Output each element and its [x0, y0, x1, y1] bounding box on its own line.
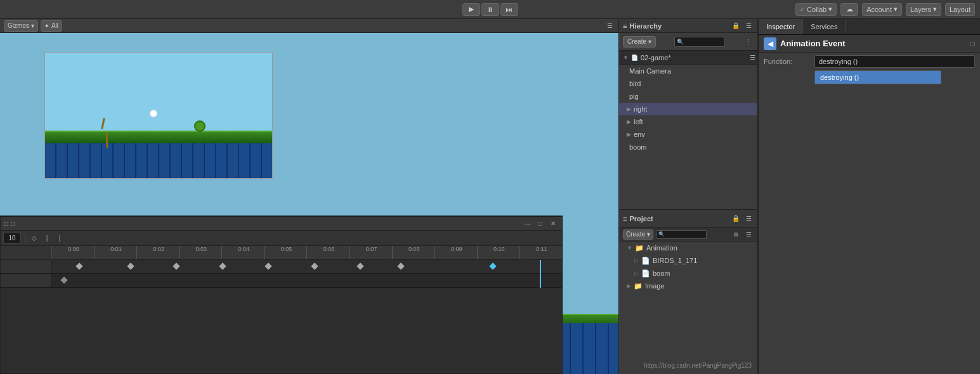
component-title: Animation Event	[780, 39, 846, 48]
maximize-btn[interactable]: □	[970, 40, 975, 48]
playback-controls: ▶ ⏸ ⏭	[462, 3, 518, 16]
ruler-3: 0:03	[179, 246, 221, 259]
gizmos-dropdown[interactable]: Gizmos ▾	[4, 20, 38, 32]
layers-button[interactable]: Layers ▾	[906, 3, 941, 16]
cloud-button[interactable]: ☁	[840, 3, 858, 16]
timeline-maximize[interactable]: □	[535, 219, 546, 229]
keyframe-r1	[60, 276, 67, 283]
function-dropdown-list: destroying ()	[814, 70, 941, 84]
scene-area: Gizmos ▾ ✦ All ☰	[0, 19, 618, 374]
url-bar: https://blog.csdn.net/PangPangPig123	[644, 362, 752, 369]
ruler-9: 0:09	[434, 246, 477, 259]
ruler-10: 0:10	[477, 246, 519, 259]
hierarchy-right[interactable]: ▶ right	[619, 103, 757, 115]
main-area: Gizmos ▾ ✦ All ☰	[0, 19, 980, 374]
hierarchy-items: Main Camera bird pig ▶ right ▶ left ▶ en…	[619, 65, 757, 153]
all-dropdown[interactable]: ✦ All	[41, 20, 62, 32]
hierarchy-bird[interactable]: bird	[619, 77, 757, 90]
component-icon: ◀	[764, 37, 776, 50]
function-field-row: Function: destroying ()	[759, 53, 980, 70]
hierarchy-options[interactable]: ⋮	[743, 37, 754, 47]
keyframe-8	[398, 262, 405, 269]
hierarchy-toolbar: ≡ Hierarchy 🔒 ☰	[619, 19, 757, 33]
hierarchy-title: Hierarchy	[629, 22, 662, 30]
add-keyframe-btn[interactable]: ◇	[29, 233, 39, 243]
ruler-0: 0:00	[51, 246, 94, 259]
right-panel: Inspector Services ◀ Animation Event □ F…	[758, 19, 980, 374]
timeline-header: □ □ — □ ✕	[1, 217, 562, 231]
keyframe-9	[490, 262, 497, 269]
project-file-boom[interactable]: ▷ 📄 boom	[619, 267, 757, 280]
function-dropdown[interactable]: destroying ()	[814, 55, 975, 68]
hierarchy-create-row: Create ▾ 🔍 ⋮	[619, 33, 757, 51]
keyframe-7	[356, 262, 363, 269]
ruler-6: 0:06	[306, 246, 349, 259]
hierarchy-boom[interactable]: boom	[619, 141, 757, 153]
frame-display: 10	[3, 233, 21, 243]
project-options1[interactable]: ⊕	[731, 229, 741, 240]
dropdown-item-destroying[interactable]: destroying ()	[815, 71, 941, 84]
project-options2[interactable]: ☰	[743, 229, 754, 240]
project-create-btn[interactable]: Create ▾	[623, 229, 653, 240]
tab-inspector[interactable]: Inspector	[759, 19, 803, 34]
hierarchy-panel: ≡ Hierarchy 🔒 ☰ Create ▾ 🔍 ⋮ ▼ 📄 02-game…	[618, 19, 758, 209]
panel-tabs: Inspector Services	[759, 19, 980, 35]
project-lock[interactable]: 🔒	[731, 214, 741, 224]
hierarchy-menu[interactable]: ☰	[743, 21, 754, 31]
timeline-add[interactable]: |	[55, 233, 65, 243]
ruler-4: 0:04	[221, 246, 264, 259]
timeline-ruler: 0:00 0:01 0:02 0:03 0:04 0:05 0:06 0:07 …	[1, 246, 562, 260]
birds-file-icon: 📄	[641, 257, 650, 265]
project-panel: ≡ Project 🔒 ☰ Create ▾ 🔍 ⊕ ☰ ▼ 📁 Animat	[618, 209, 758, 374]
ruler-11: 0:11	[519, 246, 562, 259]
function-label: Function:	[764, 58, 814, 65]
image-folder-icon: 📁	[634, 282, 643, 290]
hierarchy-env[interactable]: ▶ env	[619, 128, 757, 141]
project-items: ▼ 📁 Animation ▷ 📄 BIRDS_1_171 ▷ 📄 boom ▶…	[619, 242, 757, 292]
pause-button[interactable]: ⏸	[481, 3, 499, 16]
ground-water	[45, 143, 272, 178]
timeline-minimize[interactable]: —	[523, 219, 533, 229]
account-button[interactable]: Account ▾	[862, 3, 902, 16]
hierarchy-pig[interactable]: pig	[619, 90, 757, 103]
scene-toolbar: Gizmos ▾ ✦ All ☰	[0, 19, 618, 33]
step-button[interactable]: ⏭	[500, 3, 518, 16]
project-folder-image[interactable]: ▶ 📁 Image	[619, 280, 757, 292]
hierarchy-lock[interactable]: 🔒	[731, 21, 741, 31]
project-menu[interactable]: ☰	[743, 214, 754, 224]
ruler-7: 0:07	[350, 246, 392, 259]
collab-button[interactable]: ✓ Collab ▾	[795, 3, 837, 16]
scene-menu-btn[interactable]: ☰	[747, 53, 757, 63]
create-dropdown[interactable]: Create ▾	[623, 36, 656, 48]
ruler-marks-container: 0:00 0:01 0:02 0:03 0:04 0:05 0:06 0:07 …	[51, 246, 562, 259]
ruler-1: 0:01	[94, 246, 136, 259]
keyframe-4	[219, 262, 226, 269]
game-canvas	[44, 52, 273, 179]
timeline-panel: □ □ — □ ✕ 10 ◇ | |	[0, 216, 563, 374]
ruler-5: 0:05	[264, 246, 306, 259]
hierarchy-search[interactable]: 🔍	[674, 37, 725, 47]
project-file-birds[interactable]: ▷ 📄 BIRDS_1_171	[619, 254, 757, 267]
project-folder-animation[interactable]: ▼ 📁 Animation	[619, 242, 757, 254]
hierarchy-main-camera[interactable]: Main Camera	[619, 65, 757, 77]
layout-button[interactable]: Layout	[945, 3, 975, 16]
play-button[interactable]: ▶	[462, 3, 480, 16]
project-header: ≡ Project 🔒 ☰	[619, 210, 757, 228]
keyframes-area	[1, 260, 562, 288]
scene-menu-icon[interactable]: ☰	[604, 21, 615, 31]
boom-file-icon: 📄	[641, 269, 650, 278]
scene-name: ▼ 📄 02-game* ☰	[619, 51, 757, 65]
ground-grass	[45, 131, 272, 143]
toolbar-right: ✓ Collab ▾ ☁ Account ▾ Layers ▾ Layout	[795, 3, 975, 16]
timeline-close[interactable]: ✕	[548, 219, 558, 229]
project-toolbar: Create ▾ 🔍 ⊕ ☰	[619, 228, 757, 242]
timeline-options[interactable]: |	[42, 233, 52, 243]
ruler-8: 0:08	[392, 246, 434, 259]
white-ball	[150, 110, 157, 117]
green-bird	[194, 120, 206, 132]
tab-services[interactable]: Services	[803, 19, 846, 34]
project-search[interactable]: 🔍	[656, 230, 707, 239]
project-title: Project	[629, 215, 653, 222]
hierarchy-left[interactable]: ▶ left	[619, 115, 757, 128]
inspector-header: ◀ Animation Event □	[759, 35, 980, 53]
